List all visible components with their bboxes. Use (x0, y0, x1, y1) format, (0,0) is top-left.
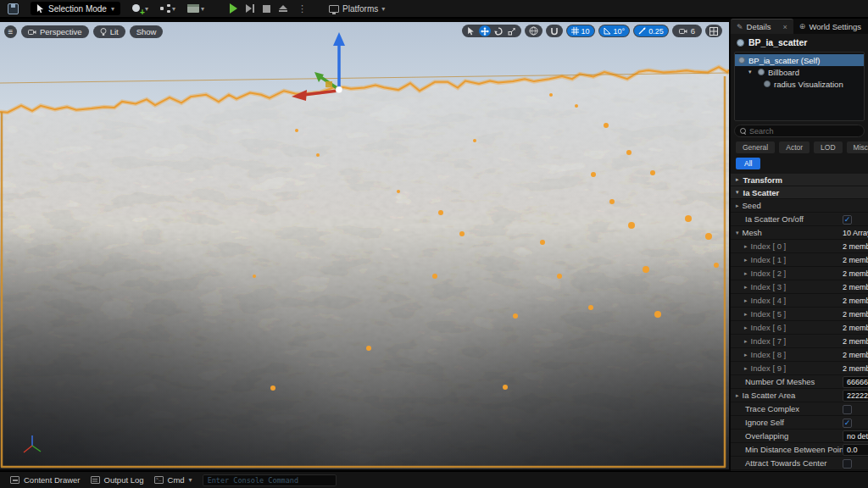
platforms-dropdown[interactable]: Platforms ▾ (329, 4, 385, 14)
chevron-collapsed-icon[interactable]: ▸ (744, 284, 748, 291)
input-min-distance-between-points[interactable]: 0.0 (843, 444, 868, 456)
property-row-ia-scatter-on-off[interactable]: Ia Scatter On/off✓ (731, 213, 868, 226)
input-ia-scatter-area[interactable]: 222222.0 (843, 390, 868, 402)
tab-details[interactable]: ✎ Details × (731, 19, 793, 34)
section-ia-scatter[interactable]: ▾Ia Scatter (731, 186, 868, 199)
property-row-ia-scatter-area[interactable]: ▸Ia Scatter Area222222.0 (731, 389, 868, 402)
play-options-icon[interactable]: ⋮ (298, 3, 307, 14)
content-drawer-button[interactable]: Content Drawer (10, 475, 81, 485)
chevron-collapsed-icon[interactable]: ▸ (736, 176, 739, 183)
chevron-collapsed-icon[interactable]: ▸ (744, 352, 748, 358)
filter-chip-actor[interactable]: Actor (779, 141, 810, 153)
show-dropdown[interactable]: Show (130, 25, 164, 38)
add-actor-button[interactable]: + ▾ (132, 3, 148, 14)
cinematics-button[interactable]: ▾ (187, 4, 204, 13)
search-input[interactable] (749, 127, 859, 136)
chevron-expanded-icon[interactable]: ▾ (736, 230, 739, 236)
move-tool-icon[interactable] (479, 25, 491, 36)
chevron-expanded-icon[interactable]: ▾ (736, 189, 739, 196)
input-number-of-meshes[interactable]: 66666 (843, 376, 868, 388)
combo-overlapping[interactable]: no detection (843, 430, 868, 442)
skip-button[interactable] (246, 4, 254, 13)
blueprints-button[interactable]: ▾ (160, 4, 175, 13)
property-row-index-9[interactable]: ▸Index [ 9 ]2 members (731, 362, 868, 375)
chevron-collapsed-icon[interactable]: ▸ (736, 202, 739, 209)
checkbox-attract-towards-center[interactable] (843, 459, 852, 469)
property-row-index-0[interactable]: ▸Index [ 0 ]2 members (731, 240, 868, 253)
perspective-dropdown[interactable]: Perspective (21, 25, 89, 38)
level-viewport[interactable]: ≡ Perspective Lit Show (0, 22, 729, 469)
scale-tool-icon[interactable] (506, 25, 518, 36)
property-row-index-6[interactable]: ▸Index [ 6 ]2 members (731, 321, 868, 335)
console-command-box[interactable] (203, 474, 337, 486)
lit-dropdown[interactable]: Lit (93, 25, 125, 38)
viewport-menu-icon[interactable]: ≡ (4, 25, 17, 38)
chevron-collapsed-icon[interactable]: ▸ (744, 243, 748, 250)
property-row-index-8[interactable]: ▸Index [ 8 ]2 members (731, 348, 868, 362)
stop-button[interactable] (263, 5, 270, 13)
close-icon[interactable]: × (783, 23, 787, 31)
chevron-collapsed-icon[interactable]: ▸ (744, 270, 748, 277)
rotation-snap-value[interactable]: 10° (614, 27, 626, 36)
section-transform[interactable]: ▸Transform (731, 174, 868, 186)
filter-chip-lod[interactable]: LOD (814, 141, 842, 153)
checkbox-ignore-self[interactable]: ✓ (843, 419, 852, 428)
chevron-collapsed-icon[interactable]: ▸ (744, 324, 748, 331)
details-search[interactable] (734, 125, 865, 137)
viewport-layout-button[interactable] (705, 25, 722, 37)
tree-item-self[interactable]: BP_ia_scatter (Self) (735, 54, 864, 66)
selection-mode-dropdown[interactable]: Selection Mode ▾ (31, 2, 120, 15)
property-row-index-7[interactable]: ▸Index [ 7 ]2 members (731, 335, 868, 348)
checkbox-trace-complex[interactable] (843, 405, 852, 414)
tab-world-settings[interactable]: ⊕ World Settings (793, 19, 867, 34)
rotation-snap-toggle[interactable]: 10° (599, 25, 630, 36)
chevron-collapsed-icon[interactable]: ▸ (736, 392, 739, 399)
save-icon[interactable] (8, 3, 19, 14)
chevron-expanded-icon[interactable]: ▾ (748, 69, 754, 75)
play-button[interactable] (230, 3, 237, 14)
chevron-collapsed-icon[interactable]: ▸ (744, 257, 748, 263)
cmd-dropdown[interactable]: Cmd ▾ (154, 475, 192, 485)
filter-chip-misc[interactable]: Misc (847, 141, 868, 153)
property-row-min-distance-between-points[interactable]: Min Distance Between Points0.0 (731, 443, 868, 457)
property-row-index-5[interactable]: ▸Index [ 5 ]2 members (731, 308, 868, 321)
chevron-collapsed-icon[interactable]: ▸ (744, 338, 748, 345)
eject-button[interactable] (279, 5, 287, 12)
property-row-index-3[interactable]: ▸Index [ 3 ]2 members (731, 280, 868, 294)
surface-snapping-button[interactable] (546, 25, 563, 37)
chevron-down-icon: ▾ (381, 5, 385, 13)
select-tool-icon[interactable] (465, 25, 477, 36)
chevron-down-icon: ▾ (201, 5, 204, 13)
chevron-collapsed-icon[interactable]: ▸ (744, 311, 748, 318)
rotate-tool-icon[interactable] (492, 25, 504, 36)
property-row-number-of-meshes[interactable]: Number Of Meshes66666 (731, 375, 868, 389)
scale-snap-toggle[interactable]: 0.25 (634, 25, 668, 36)
property-row-ignore-self[interactable]: Ignore Self✓ (731, 416, 868, 430)
filter-chip-general[interactable]: General (736, 141, 775, 153)
property-row-index-4[interactable]: ▸Index [ 4 ]2 members (731, 294, 868, 308)
world-local-toggle[interactable] (525, 25, 542, 37)
checkbox-ia-scatter-on-off[interactable]: ✓ (843, 215, 852, 225)
chevron-collapsed-icon[interactable]: ▸ (744, 365, 748, 372)
property-row-overlapping[interactable]: Overlappingno detection (731, 430, 868, 443)
show-label: Show (136, 27, 157, 36)
chevron-collapsed-icon[interactable]: ▸ (744, 297, 748, 304)
scatter-point (628, 222, 635, 229)
grid-snap-value[interactable]: 10 (581, 27, 590, 36)
property-row-index-2[interactable]: ▸Index [ 2 ]2 members (731, 267, 868, 280)
property-row-trace-complex[interactable]: Trace Complex (731, 402, 868, 416)
console-input[interactable] (208, 476, 331, 485)
property-row-attract-towards-center[interactable]: Attract Towards Center (731, 457, 868, 470)
tree-item-billboard[interactable]: ▾ Billboard (735, 66, 864, 78)
grid-snap-toggle[interactable]: 10 (567, 25, 594, 36)
viewport-topright-controls: 10 10° 0.25 6 (462, 25, 722, 37)
property-row-mesh[interactable]: ▾Mesh10 Array elements (731, 226, 868, 240)
scatter-point (397, 190, 400, 193)
property-row-seed[interactable]: ▸Seed (731, 199, 868, 213)
camera-speed-button[interactable]: 6 (672, 25, 702, 37)
property-row-index-1[interactable]: ▸Index [ 1 ]2 members (731, 253, 868, 267)
scale-snap-value[interactable]: 0.25 (648, 27, 664, 36)
tree-item-radius-visualization[interactable]: radius Visualization (735, 78, 864, 90)
output-log-button[interactable]: Output Log (91, 475, 144, 485)
filter-all-button[interactable]: All (736, 158, 760, 169)
